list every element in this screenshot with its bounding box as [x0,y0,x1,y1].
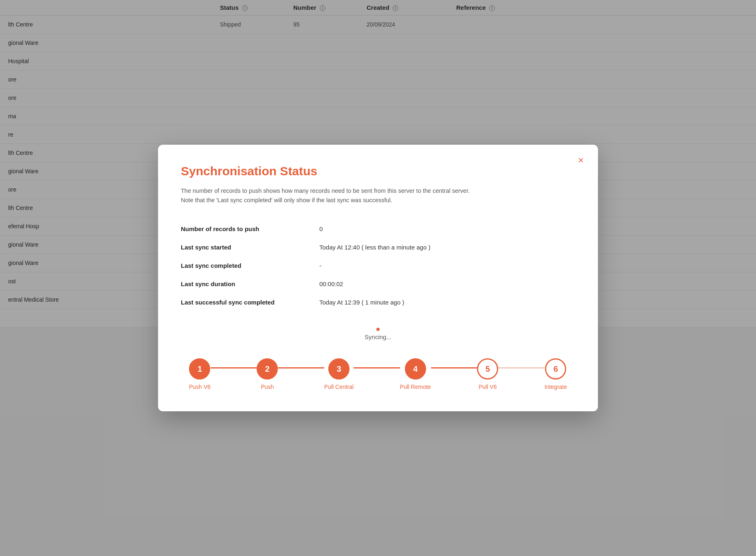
step-label-5: Pull V6 [479,384,497,390]
syncing-text: Syncing... [365,333,391,340]
step-label-2: Push [261,384,274,390]
modal-title: Synchronisation Status [181,164,575,178]
info-row: Last successful sync completed Today At … [181,293,575,311]
step-circle-3: 3 [328,358,349,379]
syncing-section: Syncing... [181,328,575,340]
step-label-1: Push V6 [189,384,211,390]
sync-status-modal: × Synchronisation Status The number of r… [158,145,598,411]
step-1: 1Push V6 [189,358,211,390]
info-row: Number of records to push 0 [181,220,575,238]
field-value: Today At 12:40 ( less than a minute ago … [319,238,575,256]
field-label: Number of records to push [181,220,319,238]
step-circle-2: 2 [257,358,278,379]
step-label-6: Integrate [545,384,567,390]
info-row: Last sync started Today At 12:40 ( less … [181,238,575,256]
field-label: Last sync duration [181,275,319,293]
step-connector-5 [498,367,544,368]
field-value: 0 [319,220,575,238]
field-value: Today At 12:39 ( 1 minute ago ) [319,293,575,311]
step-connector-2 [278,367,324,368]
modal-overlay: × Synchronisation Status The number of r… [0,0,756,556]
info-row: Last sync duration 00:00:02 [181,275,575,293]
step-circle-6: 6 [545,358,566,379]
step-circle-4: 4 [405,358,426,379]
step-5: 5Pull V6 [477,358,498,390]
step-2: 2Push [257,358,278,390]
steps-container: 1Push V62Push3Pull Central4Pull Remote5P… [181,358,575,390]
step-connector-1 [211,367,257,368]
step-6: 6Integrate [545,358,567,390]
step-4: 4Pull Remote [400,358,431,390]
info-row: Last sync completed - [181,256,575,275]
field-label: Last successful sync completed [181,293,319,311]
info-table: Number of records to push 0 Last sync st… [181,220,575,311]
field-value: - [319,256,575,275]
field-label: Last sync completed [181,256,319,275]
modal-description: The number of records to push shows how … [181,186,575,205]
close-button[interactable]: × [574,153,588,168]
step-connector-3 [354,367,400,368]
syncing-dot [376,328,380,331]
field-label: Last sync started [181,238,319,256]
step-3: 3Pull Central [324,358,354,390]
step-label-4: Pull Remote [400,384,431,390]
step-connector-4 [431,367,477,368]
step-circle-5: 5 [477,358,498,379]
step-label-3: Pull Central [324,384,354,390]
step-circle-1: 1 [189,358,210,379]
field-value: 00:00:02 [319,275,575,293]
